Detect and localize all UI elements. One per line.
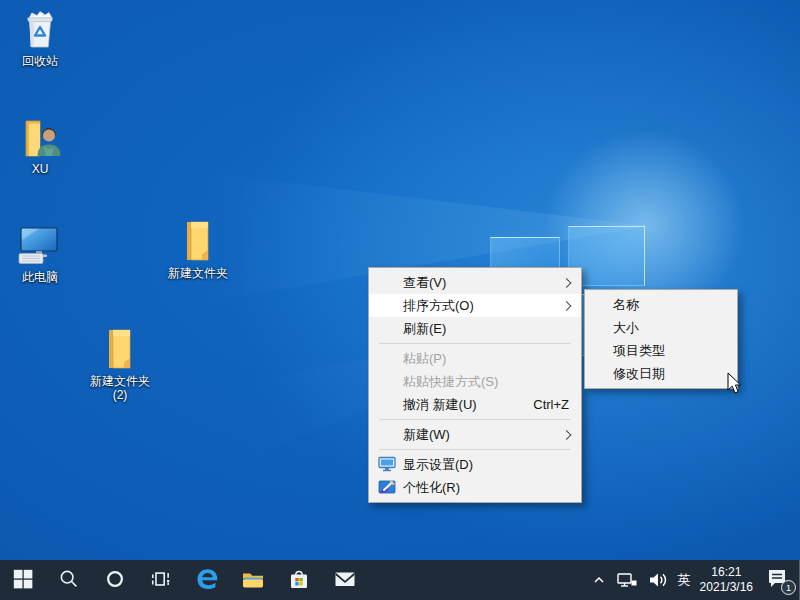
task-view-button[interactable] — [138, 560, 184, 600]
network-icon[interactable] — [616, 571, 638, 589]
cortana-icon — [104, 568, 126, 593]
menu-separator — [379, 343, 571, 344]
menu-separator — [379, 449, 571, 450]
language-indicator[interactable]: 英 — [678, 571, 691, 589]
folder-icon — [176, 219, 220, 263]
menu-item-refresh[interactable]: 刷新(E) — [369, 317, 581, 340]
desktop-icon-label: 回收站 — [22, 54, 58, 68]
menu-item-label: 修改日期 — [613, 365, 665, 383]
volume-icon[interactable] — [647, 571, 669, 589]
menu-item-label: 刷新(E) — [403, 320, 446, 338]
mouse-cursor — [727, 372, 742, 399]
context-menu: 查看(V) 排序方式(O) 刷新(E) 粘贴(P) 粘贴快捷方式(S) 撤消 新… — [368, 267, 582, 503]
edge-button[interactable] — [184, 560, 230, 600]
task-view-icon — [150, 568, 172, 593]
tray-expand-icon[interactable] — [591, 572, 607, 588]
chevron-right-icon — [562, 301, 572, 311]
windows-logo-icon — [12, 568, 34, 593]
menu-item-label: 新建(W) — [403, 426, 450, 444]
store-icon — [287, 567, 311, 594]
start-button[interactable] — [0, 560, 46, 600]
menu-item-label: 显示设置(D) — [403, 456, 473, 474]
desktop-icon-this-pc[interactable]: 此电脑 — [1, 223, 79, 284]
menu-item-label: 个性化(R) — [403, 479, 460, 497]
menu-item-label: 大小 — [613, 319, 639, 337]
desktop-icon-label: 新建文件夹 (2) — [90, 374, 150, 403]
notification-badge: 1 — [781, 580, 796, 595]
menu-item-label: 粘贴(P) — [403, 350, 446, 368]
clock-date: 2021/3/16 — [700, 580, 753, 595]
chevron-right-icon — [562, 278, 572, 288]
search-button[interactable] — [46, 560, 92, 600]
search-icon — [58, 568, 80, 593]
action-center-button[interactable]: 1 — [762, 565, 792, 595]
menu-item-label: 查看(V) — [403, 274, 446, 292]
desktop-icon-user-folder[interactable]: XU — [1, 115, 79, 176]
desktop-icon-label: 新建文件夹 — [168, 266, 228, 280]
menu-item-label: 排序方式(O) — [403, 297, 474, 315]
this-pc-icon — [18, 223, 62, 267]
desktop[interactable]: 回收站 XU — [0, 0, 800, 560]
personalization-icon — [378, 479, 396, 495]
mail-icon — [333, 567, 357, 594]
clock-time: 16:21 — [700, 565, 753, 580]
menu-item-display-settings[interactable]: 显示设置(D) — [369, 453, 581, 476]
file-explorer-button[interactable] — [230, 560, 276, 600]
menu-item-view[interactable]: 查看(V) — [369, 271, 581, 294]
user-folder-icon — [18, 115, 62, 159]
desktop-icon-new-folder-1[interactable]: 新建文件夹 — [159, 219, 237, 280]
taskbar-buttons — [0, 560, 368, 600]
desktop-icon-recycle-bin[interactable]: 回收站 — [1, 7, 79, 68]
menu-item-undo-new[interactable]: 撤消 新建(U) Ctrl+Z — [369, 393, 581, 416]
mail-button[interactable] — [322, 560, 368, 600]
submenu-item-item-type[interactable]: 项目类型 — [585, 339, 737, 362]
edge-icon — [194, 566, 220, 595]
menu-item-sort-by[interactable]: 排序方式(O) — [369, 294, 581, 317]
sort-by-submenu: 名称 大小 项目类型 修改日期 — [584, 289, 738, 389]
store-button[interactable] — [276, 560, 322, 600]
chevron-right-icon — [562, 430, 572, 440]
recycle-bin-icon — [18, 7, 62, 51]
menu-item-personalize[interactable]: 个性化(R) — [369, 476, 581, 499]
desktop-icon-label: 此电脑 — [22, 270, 58, 284]
display-settings-icon — [378, 456, 396, 472]
menu-item-new[interactable]: 新建(W) — [369, 423, 581, 446]
desktop-icon-label: XU — [32, 162, 49, 176]
submenu-item-size[interactable]: 大小 — [585, 316, 737, 339]
menu-item-label: 项目类型 — [613, 342, 665, 360]
file-explorer-icon — [241, 567, 265, 594]
taskbar: 英 16:21 2021/3/16 1 — [0, 560, 800, 600]
menu-item-label: 名称 — [613, 296, 639, 314]
menu-item-label: 撤消 新建(U) — [403, 396, 477, 414]
cortana-button[interactable] — [92, 560, 138, 600]
menu-item-paste-shortcut: 粘贴快捷方式(S) — [369, 370, 581, 393]
folder-icon — [98, 327, 142, 371]
desktop-icon-new-folder-2[interactable]: 新建文件夹 (2) — [81, 327, 159, 403]
menu-item-shortcut: Ctrl+Z — [533, 397, 569, 412]
menu-item-label: 粘贴快捷方式(S) — [403, 373, 498, 391]
menu-item-paste: 粘贴(P) — [369, 347, 581, 370]
system-tray: 英 16:21 2021/3/16 1 — [591, 560, 800, 600]
submenu-item-name[interactable]: 名称 — [585, 293, 737, 316]
menu-separator — [379, 419, 571, 420]
submenu-item-date-modified[interactable]: 修改日期 — [585, 362, 737, 385]
clock[interactable]: 16:21 2021/3/16 — [700, 565, 753, 595]
